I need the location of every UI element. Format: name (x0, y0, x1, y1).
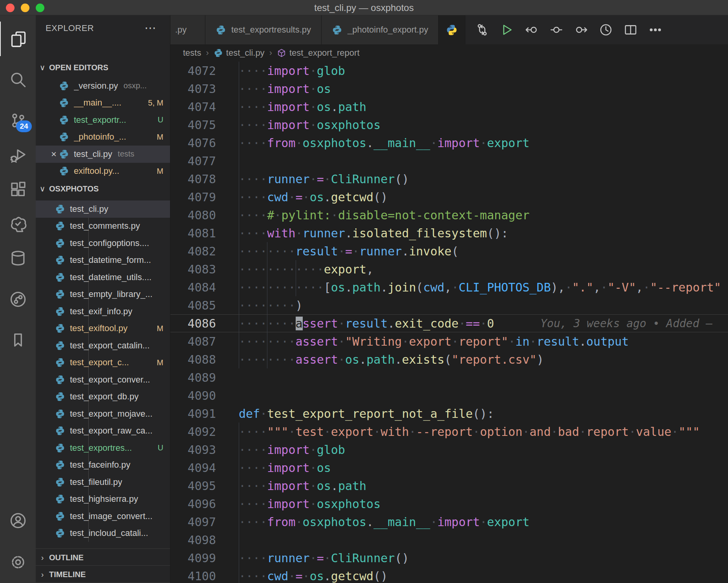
open-editor-item[interactable]: test_exportr...U (36, 111, 170, 129)
breadcrumb-item[interactable]: test_export_report (277, 48, 360, 58)
tree-item[interactable]: test_export_db.py (36, 388, 170, 406)
tab[interactable]: .py (170, 15, 205, 44)
tree-item[interactable]: test_exif_info.py (36, 303, 170, 320)
code-line[interactable]: 4085········) (170, 296, 728, 314)
code-editor[interactable]: 4072····import·glob4073····import·os4074… (170, 62, 728, 583)
code-line[interactable]: 4077 (170, 152, 728, 170)
code-line[interactable]: 4095····import·os.path (170, 477, 728, 495)
tree-item[interactable]: test_export_raw_ca... (36, 423, 170, 440)
nav-dot-icon[interactable] (550, 23, 563, 36)
line-number: 4081 (170, 226, 216, 240)
more-actions-icon[interactable] (649, 23, 662, 36)
code-line[interactable]: 4074····import·os.path (170, 98, 728, 116)
source-control-badge: 24 (16, 120, 32, 132)
tab-label: .py (175, 25, 187, 35)
split-editor-icon[interactable] (624, 23, 637, 36)
tree-item[interactable]: test_export_c...M (36, 354, 170, 372)
open-editor-item[interactable]: × test_cli.pytests (36, 146, 170, 163)
source-control-icon[interactable]: 24 (0, 103, 36, 138)
tree-item[interactable]: test_image_convert... (36, 508, 170, 525)
tree-item[interactable]: test_exportres...U (36, 439, 170, 457)
run-debug-icon[interactable] (0, 138, 36, 172)
section-timeline[interactable]: ›TIMELINE (36, 565, 170, 583)
open-editor-item[interactable]: exiftool.py...M (36, 163, 170, 180)
code-line[interactable]: 4097····from·osxphotos.__main__·import·e… (170, 513, 728, 531)
tree-item[interactable]: test_comments.py (36, 218, 170, 235)
line-content: ········) (239, 299, 303, 312)
code-line[interactable]: 4075····import·osxphotos (170, 116, 728, 134)
code-line[interactable]: 4089 (170, 368, 728, 386)
nav-forward-icon[interactable] (574, 23, 588, 36)
tree-item[interactable]: test_export_mojave... (36, 405, 170, 423)
code-line[interactable]: 4100····cwd·=·os.getcwd() (170, 567, 728, 583)
section-osxphotos[interactable]: ∨ OSXPHOTOS (36, 180, 170, 198)
code-line[interactable]: 4099····runner·=·CliRunner() (170, 549, 728, 567)
code-line[interactable]: 4079····cwd·=·os.getcwd() (170, 188, 728, 206)
tree-item[interactable]: test_datetime_utils.... (36, 269, 170, 286)
code-line[interactable]: 4086········assert·result.exit_code·==·0… (170, 314, 728, 332)
code-line[interactable]: 4092····"""·test·export·with·--report·op… (170, 423, 728, 441)
code-line[interactable]: 4073····import·os (170, 80, 728, 98)
tree-item[interactable]: test_cli.py (36, 200, 170, 218)
code-line[interactable]: 4084············[os.path.join(cwd,·CLI_P… (170, 278, 728, 296)
open-editor-item[interactable]: _version.pyosxp... (36, 77, 170, 95)
tab[interactable]: _photoinfo_export.py (322, 15, 439, 44)
code-line[interactable]: 4080····#·pylint:·disable=not-context-ma… (170, 206, 728, 224)
open-editor-item[interactable]: __main__....5, M (36, 95, 170, 112)
section-outline[interactable]: ›OUTLINE (36, 548, 170, 567)
code-line[interactable]: 4078····runner·=·CliRunner() (170, 170, 728, 188)
code-line[interactable]: 4093····import·glob (170, 441, 728, 459)
files-icon[interactable] (0, 22, 36, 56)
code-line[interactable]: 4098 (170, 531, 728, 549)
compare-changes-icon[interactable] (476, 23, 489, 36)
history-icon[interactable] (599, 23, 613, 36)
code-line[interactable]: 4083············export, (170, 260, 728, 278)
settings-gear-icon[interactable] (0, 545, 36, 579)
code-line[interactable]: 4082········result·=·runner.invoke( (170, 242, 728, 260)
tab-pinned-active[interactable] (439, 15, 465, 44)
tree-item[interactable]: test_empty_library_... (36, 286, 170, 303)
code-line[interactable]: 4096····import·osxphotos (170, 495, 728, 513)
section-open-editors[interactable]: ∨ OPEN EDITORS (36, 58, 170, 77)
extensions-icon[interactable] (0, 172, 36, 207)
tab[interactable]: test_exportresults.py (205, 15, 322, 44)
code-line[interactable]: 4094····import·os (170, 459, 728, 477)
line-content: ····import·os.path (239, 100, 366, 114)
tree-item[interactable]: test_highsierra.py (36, 491, 170, 508)
run-file-icon[interactable] (500, 23, 514, 36)
close-icon[interactable]: × (49, 149, 59, 160)
search-icon[interactable] (0, 62, 36, 97)
file-name: test_export_catalin... (70, 341, 150, 351)
testing-icon[interactable] (0, 206, 36, 241)
tree-item[interactable]: test_export_conver... (36, 371, 170, 388)
git-status-badge: M (157, 358, 170, 367)
open-editor-item[interactable]: _photoinfo_...M (36, 129, 170, 146)
file-name: test_highsierra.py (70, 494, 138, 504)
bookmarks-icon[interactable] (0, 323, 36, 357)
python-icon (55, 392, 65, 402)
tree-item[interactable]: test_faceinfo.py (36, 457, 170, 474)
chevron-down-icon: ∨ (36, 63, 49, 72)
account-icon[interactable] (0, 503, 36, 538)
code-line[interactable]: 4087········assert·"Writing·export·repor… (170, 332, 728, 350)
nav-back-icon[interactable] (525, 23, 538, 36)
git-graph-icon[interactable] (0, 282, 36, 317)
code-line[interactable]: 4090 (170, 386, 728, 404)
database-icon[interactable] (0, 241, 36, 275)
tree-item[interactable]: test_configoptions.... (36, 235, 170, 252)
code-line[interactable]: 4081····with·runner.isolated_filesystem(… (170, 224, 728, 242)
tree-item[interactable]: test_exiftool.pyM (36, 320, 170, 337)
code-line[interactable]: 4091def·test_export_report_not_a_file(): (170, 404, 728, 423)
code-line[interactable]: 4076····from·osxphotos.__main__·import·e… (170, 134, 728, 152)
tree-item[interactable]: test_fileutil.py (36, 474, 170, 491)
tree-item[interactable]: test_incloud_catali... (36, 525, 170, 542)
code-line[interactable]: 4072····import·glob (170, 62, 728, 80)
code-line[interactable]: 4088········assert·os.path.exists("repor… (170, 350, 728, 368)
breadcrumb-item[interactable]: tests (183, 48, 201, 58)
tree-item[interactable]: test_datetime_form... (36, 252, 170, 269)
sidebar-more-actions-icon[interactable]: ⋯ (145, 21, 156, 35)
line-number: 4100 (170, 569, 216, 583)
breadcrumb-item[interactable]: test_cli.py (214, 48, 265, 58)
python-icon (214, 48, 223, 58)
tree-item[interactable]: test_export_catalin... (36, 337, 170, 354)
